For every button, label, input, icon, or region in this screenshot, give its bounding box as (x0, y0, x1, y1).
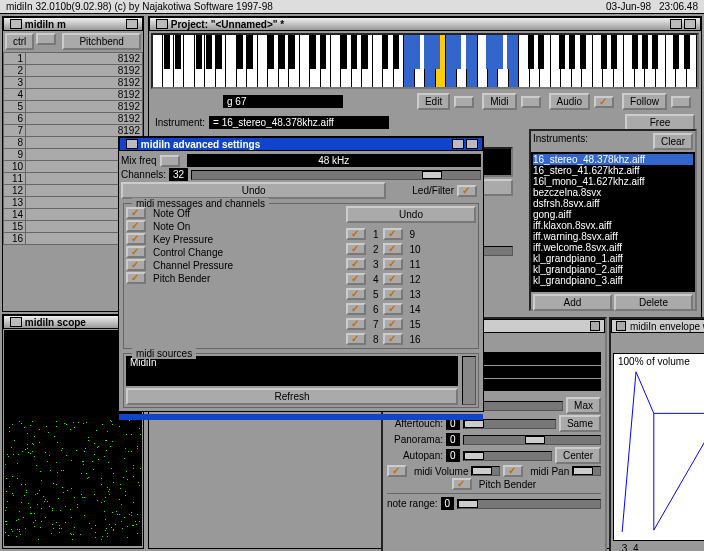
midipan-toggle[interactable] (503, 465, 523, 477)
undo2-button[interactable]: Undo (346, 206, 476, 223)
black-key[interactable] (580, 35, 586, 69)
black-key[interactable] (362, 35, 368, 69)
black-key[interactable] (310, 35, 316, 69)
pitchbend-toggle[interactable] (36, 33, 56, 45)
white-key[interactable] (226, 35, 236, 87)
channel-toggle[interactable] (383, 333, 403, 345)
black-key[interactable] (320, 35, 326, 69)
midi-source-list[interactable]: MidiIn (126, 356, 458, 386)
ledfilter-toggle[interactable] (457, 185, 477, 197)
white-key[interactable] (300, 35, 310, 87)
msg-toggle[interactable] (126, 220, 146, 232)
channel-toggle[interactable] (346, 333, 366, 345)
depth-icon[interactable] (590, 321, 600, 331)
black-key[interactable] (424, 35, 430, 69)
black-key[interactable] (279, 35, 285, 69)
white-key[interactable] (184, 35, 194, 87)
midipan-slider[interactable] (572, 466, 601, 476)
autopan-slider[interactable] (463, 451, 552, 461)
close-icon[interactable] (10, 19, 22, 29)
black-key[interactable] (289, 35, 295, 69)
edit-button[interactable]: Edit (417, 93, 450, 110)
channel-toggle[interactable] (346, 273, 366, 285)
channel-toggle[interactable] (346, 288, 366, 300)
follow-toggle[interactable] (594, 96, 614, 108)
channel-toggle[interactable] (383, 258, 403, 270)
instrument-item[interactable]: 16_stero_41.627khz.aiff (533, 165, 693, 176)
instrument-item[interactable]: iff.klaxon.8svx.aiff (533, 220, 693, 231)
depth-icon[interactable] (466, 139, 478, 149)
black-key[interactable] (486, 35, 492, 69)
black-key[interactable] (247, 35, 253, 69)
channel-toggle[interactable] (383, 228, 403, 240)
instrument-item[interactable]: 16_stereo_48.378khz.aiff (533, 154, 693, 165)
channel-toggle[interactable] (346, 318, 366, 330)
black-key[interactable] (497, 35, 503, 69)
black-key[interactable] (601, 35, 607, 69)
black-key[interactable] (434, 35, 440, 69)
instrument-item[interactable]: kl_grandpiano_1.aiff (533, 253, 693, 264)
ctrl-button[interactable]: ctrl (5, 33, 34, 50)
black-key[interactable] (559, 35, 565, 69)
black-key[interactable] (216, 35, 222, 69)
close-icon[interactable] (10, 317, 22, 327)
refresh-button[interactable]: Refresh (126, 388, 458, 405)
zoom-icon[interactable] (452, 139, 464, 149)
follow-button[interactable]: Follow (622, 93, 667, 110)
depth-icon[interactable] (684, 19, 696, 29)
black-key[interactable] (414, 35, 420, 69)
instrument-item[interactable]: bezczelna.8svx (533, 187, 693, 198)
channel-toggle[interactable] (383, 303, 403, 315)
aftertouch-slider[interactable] (463, 419, 556, 429)
black-key[interactable] (611, 35, 617, 69)
center-button[interactable]: Center (555, 447, 601, 464)
envelope-canvas[interactable]: 100% of volume (613, 353, 704, 541)
black-key[interactable] (642, 35, 648, 69)
white-key[interactable] (153, 35, 163, 87)
mixfreq-toggle[interactable] (160, 155, 180, 167)
instruments-list[interactable]: 16_stereo_48.378khz.aiff16_stero_41.627k… (531, 152, 695, 292)
close-icon[interactable] (126, 139, 138, 149)
instrument-item[interactable]: dsfrsh.8svx.aiff (533, 198, 693, 209)
black-key[interactable] (341, 35, 347, 69)
white-key[interactable] (258, 35, 268, 87)
pitchbender-toggle[interactable] (452, 478, 472, 490)
black-key[interactable] (196, 35, 202, 69)
clear-button[interactable]: Clear (653, 133, 693, 150)
msg-toggle[interactable] (126, 246, 146, 258)
black-key[interactable] (175, 35, 181, 69)
audio-button[interactable]: Audio (549, 93, 591, 110)
instrument-item[interactable]: iff.warning.8svx.aiff (533, 231, 693, 242)
black-key[interactable] (684, 35, 690, 69)
black-key[interactable] (164, 35, 170, 69)
channel-toggle[interactable] (383, 318, 403, 330)
max-button[interactable]: Max (566, 397, 601, 414)
add-button[interactable]: Add (533, 294, 612, 311)
delete-button[interactable]: Delete (614, 294, 693, 311)
channel-toggle[interactable] (383, 243, 403, 255)
audio-toggle[interactable] (521, 96, 541, 108)
black-key[interactable] (237, 35, 243, 69)
black-key[interactable] (466, 35, 472, 69)
zoom-icon[interactable] (670, 19, 682, 29)
channels-value[interactable]: 32 (169, 168, 188, 181)
black-key[interactable] (455, 35, 461, 69)
source-scrollbar[interactable] (462, 356, 476, 405)
instrument-item[interactable]: 16l_mono_41.627khz.aiff (533, 176, 693, 187)
msg-toggle[interactable] (126, 233, 146, 245)
black-key[interactable] (528, 35, 534, 69)
white-key[interactable] (331, 35, 341, 87)
black-key[interactable] (538, 35, 544, 69)
black-key[interactable] (382, 35, 388, 69)
channel-toggle[interactable] (383, 273, 403, 285)
midivol-toggle[interactable] (387, 465, 407, 477)
piano-keyboard[interactable] (151, 33, 699, 89)
mixfreq-value[interactable]: 48 kHz (187, 154, 481, 167)
msg-toggle[interactable] (126, 207, 146, 219)
midi-toggle[interactable] (454, 96, 474, 108)
instrument-item[interactable]: kl_grandpiano_2.aiff (533, 264, 693, 275)
channel-toggle[interactable] (383, 288, 403, 300)
midivol-slider[interactable] (471, 466, 500, 476)
channel-toggle[interactable] (346, 228, 366, 240)
follow-extra-toggle[interactable] (671, 96, 691, 108)
